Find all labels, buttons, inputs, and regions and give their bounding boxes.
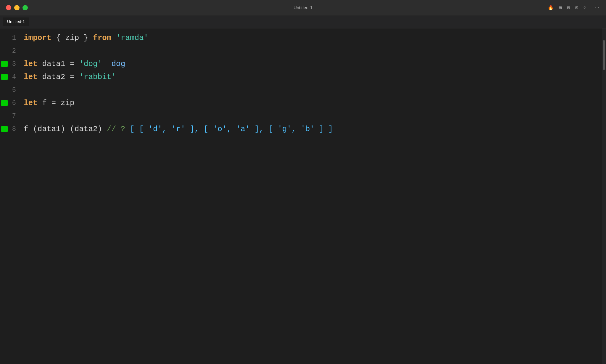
breakpoint-6 — [1, 100, 8, 106]
token-rbrace: } — [79, 33, 93, 42]
gutter-line-4: 4 — [0, 70, 18, 83]
code-line-2 — [24, 44, 606, 57]
toolbar-icons: 🔥 ⊞ ⊟ ⊡ ○ ··· — [548, 5, 600, 11]
code-line-4: let data2 = 'rabbit' — [24, 70, 606, 83]
scrollbar-thumb[interactable] — [603, 40, 605, 70]
gutter: 1 2 3 4 5 6 7 — [0, 28, 18, 364]
flame-icon[interactable]: 🔥 — [548, 5, 554, 11]
breakpoint-8 — [1, 126, 8, 132]
token-rabbit-str: 'rabbit' — [79, 73, 116, 81]
token-zip: zip — [65, 33, 79, 42]
token-comment: // ? — [102, 125, 130, 133]
breakpoint-3 — [1, 61, 8, 67]
minimize-button[interactable] — [14, 5, 20, 10]
line-number-3: 3 — [8, 60, 18, 68]
line-number-1: 1 — [8, 34, 18, 42]
token-let-3: let — [24, 59, 38, 68]
window-title: Untitled-1 — [294, 5, 312, 10]
line-number-6: 6 — [8, 99, 18, 107]
line-number-7: 7 — [8, 112, 18, 120]
token-dog-label: dog — [102, 59, 125, 68]
token-ramda: 'ramda' — [111, 33, 148, 42]
token-let-4: let — [24, 73, 38, 81]
line-number-8: 8 — [8, 125, 18, 133]
scrollbar[interactable] — [602, 28, 606, 364]
close-button[interactable] — [6, 5, 11, 10]
split-icon[interactable]: ⊞ — [559, 5, 562, 11]
gutter-line-1: 1 — [0, 31, 18, 44]
token-from: from — [93, 33, 111, 42]
code-area[interactable]: import { zip } from 'ramda' let data1 = … — [18, 28, 606, 364]
breakpoint-4 — [1, 74, 8, 80]
more-icon[interactable]: ··· — [592, 5, 600, 10]
gutter-line-3: 3 — [0, 57, 18, 70]
gutter-line-5: 5 — [0, 83, 18, 96]
code-line-6: let f = zip — [24, 96, 606, 109]
token-data2-assign: data2 = — [38, 73, 79, 81]
code-line-1: import { zip } from 'ramda' — [24, 31, 606, 44]
line-number-4: 4 — [8, 73, 18, 81]
code-line-3: let data1 = 'dog' dog — [24, 57, 606, 70]
code-line-5 — [24, 83, 606, 96]
token-import: import — [24, 33, 51, 42]
tab-bar: Untitled-1 — [0, 15, 606, 28]
title-bar: Untitled-1 🔥 ⊞ ⊟ ⊡ ○ ··· — [0, 0, 606, 15]
code-line-8: f (data1) (data2) // ? [ [ 'd', 'r' ], [… — [24, 123, 606, 136]
token-lbrace: { — [51, 33, 65, 42]
gutter-line-7: 7 — [0, 109, 18, 123]
editor-container: 1 2 3 4 5 6 7 — [0, 28, 606, 364]
gutter-line-6: 6 — [0, 96, 18, 109]
circle-icon[interactable]: ○ — [584, 5, 586, 10]
panel-icon[interactable]: ⊡ — [575, 5, 578, 11]
maximize-button[interactable] — [22, 5, 28, 10]
grid-icon[interactable]: ⊟ — [567, 5, 570, 11]
line-number-5: 5 — [8, 86, 18, 94]
token-data1-assign: data1 = — [38, 59, 79, 68]
token-let-6: let — [24, 99, 38, 107]
tab-untitled[interactable]: Untitled-1 — [3, 17, 29, 26]
gutter-line-2: 2 — [0, 44, 18, 57]
token-f-assign: f = zip — [38, 99, 75, 107]
line-number-2: 2 — [8, 47, 18, 55]
gutter-line-8: 8 — [0, 123, 18, 136]
token-dog-str: 'dog' — [79, 59, 102, 68]
token-result: [ [ 'd', 'r' ], [ 'o', 'a' ], [ 'g', 'b'… — [130, 125, 333, 133]
token-f-call: f (data1) (data2) — [24, 125, 102, 133]
tab-label: Untitled-1 — [7, 19, 25, 24]
traffic-lights — [6, 5, 28, 10]
code-line-7 — [24, 109, 606, 123]
